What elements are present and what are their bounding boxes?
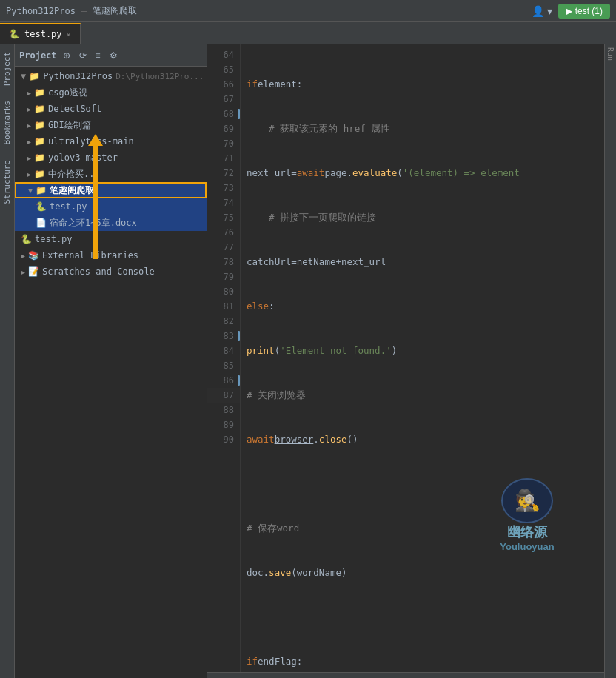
watermark-line2: Youluoyuan (500, 541, 554, 552)
ln-85: 85 (207, 358, 240, 373)
folder-icon: 📁 (34, 120, 45, 130)
tree-ultralytics[interactable]: ▶ 📁 ultralytics-main (15, 133, 207, 150)
project-close-button[interactable]: — (124, 49, 138, 62)
tree-external-libs[interactable]: ▶ 📚 External Libraries (15, 247, 207, 264)
title-separator: – (81, 6, 87, 16)
ln-77: 77 (207, 240, 240, 255)
tree-csgo[interactable]: ▶ 📁 csgo透视 (15, 84, 207, 101)
item-label: 笔趣阁爬取 (50, 184, 94, 197)
root-path: D:\Python312Pro... (116, 72, 204, 81)
item-label: Scratches and Console (42, 266, 155, 277)
sidebar-label-structure[interactable]: Structure (0, 152, 14, 212)
ln-81: 81 (207, 299, 240, 314)
ln-65: 65 (207, 62, 240, 77)
ln-80: 80 (207, 284, 240, 299)
project-name: Python312Pros (6, 6, 76, 16)
tree-gdi[interactable]: ▶ 📁 GDI绘制篇 (15, 117, 207, 133)
folder-icon: 📁 (34, 104, 45, 114)
item-label: GDI绘制篇 (48, 119, 91, 132)
item-label: test.py (35, 234, 73, 244)
project-collapse-button[interactable]: ≡ (93, 49, 104, 62)
watermark-line1: 幽络源 (507, 523, 547, 541)
watermark: 🕵 幽络源 Youluoyuan (461, 478, 594, 552)
project-panel-title: Project (19, 50, 57, 61)
ln-68: 68 (207, 107, 240, 121)
tab-close-button[interactable]: ✕ (67, 30, 71, 38)
user-menu-button[interactable]: 👤 ▾ (532, 5, 552, 17)
tab-test-py[interactable]: 🐍 test.py ✕ (0, 23, 81, 44)
project-panel: Project ⊕ ⟳ ≡ ⚙ — ▼ 📁 Python312Pros D:\P… (15, 44, 207, 678)
ln-87: 87 (207, 388, 240, 403)
item-label: 中介抢买... (48, 168, 100, 181)
project-add-button[interactable]: ⊕ (60, 49, 73, 62)
watermark-icon: 🕵 (501, 478, 553, 523)
project-tree: ▼ 📁 Python312Pros D:\Python312Pro... ▶ 📁… (15, 67, 207, 678)
right-run-label[interactable]: Run (605, 44, 616, 64)
tree-root-testpy[interactable]: 🐍 test.py (15, 231, 207, 247)
ln-84: 84 (207, 343, 240, 358)
file-py-icon: 🐍 (21, 234, 32, 244)
ln-74: 74 (207, 195, 240, 210)
item-label: csgo透视 (48, 87, 87, 99)
item-label: yolov3-master (48, 152, 118, 163)
code-line-64: if element: (247, 77, 598, 92)
arrow-icon: ▶ (27, 89, 31, 97)
horizontal-scrollbar[interactable] (207, 672, 604, 678)
root-arrow: ▼ (21, 71, 26, 81)
project-sync-button[interactable]: ⟳ (76, 49, 90, 62)
tree-biqu-testpy[interactable]: 🐍 test.py (15, 198, 207, 215)
folder-icon: 📁 (34, 152, 45, 163)
ln-73: 73 (207, 181, 240, 195)
arrow-icon: ▶ (27, 138, 31, 146)
tab-bar: 🐍 test.py ✕ (0, 22, 616, 44)
arrow-icon: ▶ (27, 121, 31, 130)
tree-detectsoft[interactable]: ▶ 📁 DetectSoft (15, 101, 207, 117)
file-doc-icon: 📄 (36, 218, 47, 228)
file-py-icon: 🐍 (36, 201, 47, 212)
title-bar: Python312Pros – 笔趣阁爬取 👤 ▾ ▶ test (1) (0, 0, 616, 22)
tree-scratches[interactable]: ▶ 📝 Scratches and Console (15, 264, 207, 280)
folder-icon: 📁 (36, 185, 47, 195)
line-numbers: 64 65 66 67 68 69 70 71 72 73 74 75 76 7… (207, 44, 241, 672)
ln-82: 82 (207, 314, 240, 329)
folder-icon: 📁 (34, 87, 45, 98)
sidebar-label-project[interactable]: Project (0, 44, 14, 93)
item-label: test.py (50, 201, 87, 212)
ln-75: 75 (207, 210, 240, 225)
project-settings-button[interactable]: ⚙ (107, 49, 121, 62)
code-area: 64 65 66 67 68 69 70 71 72 73 74 75 76 7… (207, 44, 604, 672)
ln-89: 89 (207, 417, 240, 432)
ln-79: 79 (207, 269, 240, 284)
run-label: test (1) (575, 6, 603, 16)
code-line-66: next_url = await page.evaluate('(element… (247, 166, 598, 181)
code-line-75: doc.save(wordName) (247, 565, 598, 580)
scratch-icon: 📝 (28, 266, 39, 277)
ln-66: 66 (207, 77, 240, 92)
sidebar-label-bookmarks[interactable]: Bookmarks (0, 93, 14, 152)
arrow-icon: ▶ (27, 170, 31, 178)
code-line-72: await browser.close() (247, 432, 598, 447)
tree-biqu-docx[interactable]: 📄 宿命之环1~5章.docx (15, 215, 207, 231)
folder-icon: 📁 (29, 71, 40, 81)
tree-biqu[interactable]: ▼ 📁 笔趣阁爬取 (15, 182, 207, 198)
item-label: 宿命之环1~5章.docx (50, 217, 137, 229)
code-line-76 (247, 610, 598, 625)
ln-83: 83 (207, 329, 240, 343)
ln-69: 69 (207, 121, 240, 136)
item-label: DetectSoft (48, 104, 101, 114)
tree-zhongjie[interactable]: ▶ 📁 中介抢买... (15, 166, 207, 182)
run-button[interactable]: ▶ test (1) (558, 4, 610, 19)
tree-yolov3[interactable]: ▶ 📁 yolov3-master (15, 150, 207, 166)
folder-icon: 📁 (34, 136, 45, 147)
arrow-icon: ▶ (21, 252, 25, 260)
ln-86: 86 (207, 373, 240, 388)
ln-90: 90 (207, 432, 240, 447)
code-editor[interactable]: 64 65 66 67 68 69 70 71 72 73 74 75 76 7… (207, 44, 604, 678)
left-sidebar: Project Bookmarks Structure (0, 44, 15, 678)
main-layout: Project Bookmarks Structure Project ⊕ ⟳ … (0, 44, 616, 678)
code-content[interactable]: if element: # 获取该元素的 href 属性 next_url = … (241, 44, 604, 672)
arrow-icon: ▶ (21, 268, 25, 276)
tree-root[interactable]: ▼ 📁 Python312Pros D:\Python312Pro... (15, 68, 207, 84)
ln-78: 78 (207, 255, 240, 269)
title-folder: 笔趣阁爬取 (93, 4, 137, 17)
